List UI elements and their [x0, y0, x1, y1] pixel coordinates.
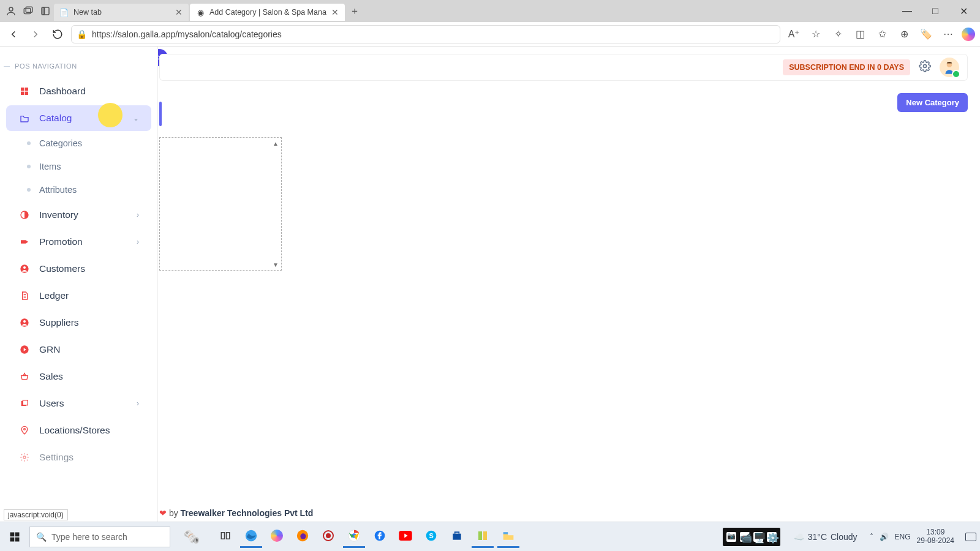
close-icon[interactable]: ✕	[175, 7, 183, 17]
svg-rect-10	[25, 92, 28, 95]
sidebar-item-customers[interactable]: Customers	[6, 256, 151, 282]
svg-rect-39	[478, 531, 482, 540]
sidebar-item-dashboard[interactable]: Dashboard	[6, 78, 151, 104]
new-category-button[interactable]: New Category	[897, 93, 968, 112]
copilot-button[interactable]	[962, 28, 975, 41]
bullet-icon	[27, 141, 31, 145]
tray-lang[interactable]: ENG	[895, 533, 911, 541]
tab-new-tab[interactable]: 📄 New tab ✕	[54, 4, 189, 21]
taskbar-app-generic1[interactable]	[472, 526, 494, 548]
svg-rect-18	[23, 400, 28, 405]
subscription-chip[interactable]: SUBSCRIPTION END IN 0 DAYS	[783, 59, 910, 75]
sidebar-item-items[interactable]: Items	[6, 156, 151, 178]
clock-date: 29-08-2024	[917, 537, 954, 545]
app-viewport: SUBSCRIPTION END IN 0 DAYS New Category …	[0, 47, 980, 522]
profile-icon[interactable]	[2, 6, 20, 17]
close-window-button[interactable]: ✕	[949, 1, 978, 21]
sidebar-item-ledger[interactable]: Ledger	[6, 283, 151, 309]
nav-heading: POS NAVIGATION	[0, 53, 157, 77]
shopping-button[interactable]: 🏷️	[918, 26, 935, 43]
sidebar-item-attributes[interactable]: Attributes	[6, 179, 151, 201]
svg-rect-4	[43, 7, 44, 15]
taskbar-app-youtube[interactable]	[394, 526, 417, 548]
new-tab-button[interactable]: ＋	[346, 2, 363, 20]
sidebar-item-users[interactable]: Users ›	[6, 391, 151, 416]
chevron-right-icon: ›	[137, 238, 139, 246]
svg-rect-26	[227, 533, 230, 539]
sidebar-item-suppliers[interactable]: Suppliers	[6, 310, 151, 335]
back-button[interactable]	[5, 26, 22, 43]
sound-icon[interactable]: 🔊	[880, 533, 889, 541]
tab-actions-icon[interactable]	[37, 6, 54, 17]
sidebar-item-promotion[interactable]: Promotion ›	[6, 229, 151, 255]
browser-toolbar: 🔒 https://salon.galla.app/mysalon/catalo…	[0, 22, 980, 47]
nav-label: Settings	[39, 452, 74, 463]
footer-company: Treewalker Technologies Pvt Ltd	[181, 508, 314, 518]
sidebar-item-categories[interactable]: Categories	[6, 132, 151, 154]
sidebar-item-grn[interactable]: GRN	[6, 337, 151, 362]
address-bar[interactable]: 🔒 https://salon.galla.app/mysalon/catalo…	[71, 25, 780, 43]
task-view-button[interactable]	[214, 526, 236, 548]
tray-chevron-icon[interactable]: ˄	[870, 533, 873, 541]
taskbar-app-explorer[interactable]	[497, 526, 519, 548]
taskbar-app-skype[interactable]: S	[420, 526, 442, 548]
browser-tab-bar: 📄 New tab ✕ ◉ Add Category | Salon & Spa…	[0, 0, 980, 22]
tab-title: Add Category | Salon & Spa Mana	[209, 8, 326, 17]
xbox-gamebar-widget[interactable]: 📹 🖥️ ⚙️	[723, 528, 780, 546]
news-widget-icon[interactable]: 🗞️	[174, 527, 208, 547]
maximize-button[interactable]: □	[921, 1, 949, 21]
status-bar: javascript:void(0)	[4, 509, 68, 520]
more-button[interactable]: ⋯	[940, 26, 957, 43]
minimize-button[interactable]: ―	[893, 1, 921, 21]
sidebar-sublist-catalog: Categories Items Attributes	[0, 132, 157, 201]
close-icon[interactable]: ✕	[331, 7, 339, 17]
sidebar-item-sales[interactable]: Sales	[6, 364, 151, 389]
taskbar-app-chrome[interactable]	[343, 526, 365, 548]
nav-label: Suppliers	[39, 317, 79, 328]
sidebar-item-catalog[interactable]: Catalog ⌄	[6, 105, 151, 131]
collections-button[interactable]: ⊕	[895, 26, 913, 43]
taskbar-app-firefox[interactable]	[292, 526, 314, 548]
dropzone-panel[interactable]: ▲ ▼	[159, 137, 282, 271]
taskbar-app-store[interactable]	[446, 526, 468, 548]
svg-rect-22	[15, 532, 20, 536]
svg-point-13	[23, 266, 26, 269]
read-aloud-icon[interactable]: A⁺	[785, 26, 802, 43]
window-controls: ― □ ✕	[893, 1, 978, 21]
heart-icon: ❤	[159, 508, 167, 518]
taskbar-app-facebook[interactable]	[369, 526, 391, 548]
taskbar-app-copilot[interactable]	[266, 526, 288, 548]
split-screen-button[interactable]: ◫	[851, 26, 869, 43]
tab-title: New tab	[74, 8, 102, 17]
app-footer: ❤ by Treewalker Technologies Pvt Ltd	[159, 508, 313, 518]
task-icons: S	[214, 526, 519, 548]
favorites-list-button[interactable]: ✩	[873, 26, 891, 43]
svg-rect-1	[24, 9, 31, 14]
sidebar-item-settings[interactable]: Settings	[6, 444, 151, 470]
nav-label: Catalog	[39, 113, 72, 124]
avatar[interactable]	[940, 58, 959, 77]
scroll-down-icon[interactable]: ▼	[271, 260, 280, 269]
taskbar-search[interactable]: 🔍 Type here to search	[29, 527, 170, 547]
bullet-icon	[27, 188, 31, 192]
tab-add-category[interactable]: ◉ Add Category | Salon & Spa Mana ✕	[190, 4, 345, 21]
taskbar-app-edge[interactable]	[240, 526, 262, 548]
scroll-up-icon[interactable]: ▲	[271, 139, 280, 148]
workspaces-icon[interactable]	[20, 6, 37, 17]
start-button[interactable]	[4, 526, 26, 548]
reload-button[interactable]	[49, 26, 66, 43]
taskbar-app-recorder[interactable]	[317, 526, 339, 548]
favorite-button[interactable]: ☆	[807, 26, 824, 43]
svg-rect-8	[25, 88, 28, 91]
gear-icon	[18, 452, 31, 462]
weather-widget[interactable]: ☁️ 31°C Cloudy	[794, 532, 858, 542]
sidebar-item-locations[interactable]: Locations/Stores	[6, 418, 151, 443]
nav-label: Categories	[39, 138, 82, 148]
extensions-button[interactable]: ✧	[829, 26, 846, 43]
settings-gear-icon[interactable]	[919, 60, 931, 75]
notifications-button[interactable]	[965, 533, 976, 541]
sidebar-item-inventory[interactable]: Inventory ›	[6, 202, 151, 228]
clock[interactable]: 13:09 29-08-2024	[917, 528, 954, 545]
circle-g-icon: ◉	[196, 8, 205, 17]
forward-button[interactable]	[27, 26, 44, 43]
